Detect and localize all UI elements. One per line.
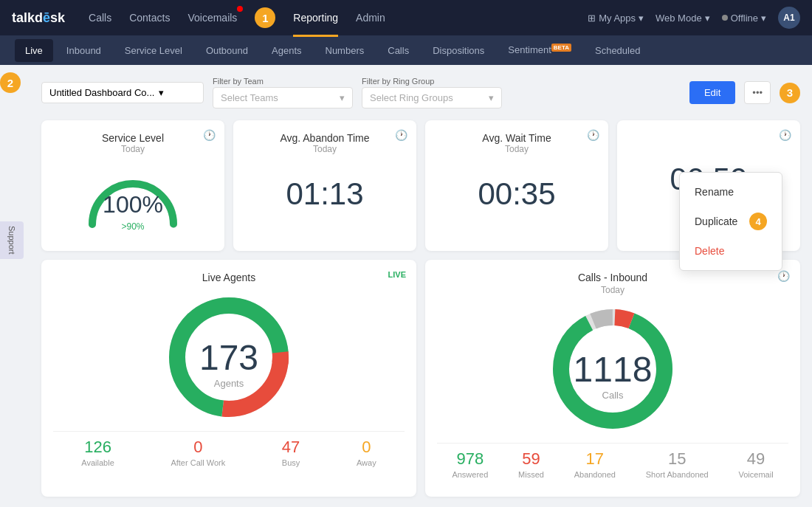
clock-icon: 🕐 [777, 270, 790, 282]
calls-stats-row: 978 Answered 59 Missed 17 Abandoned 15 S… [437, 443, 788, 485]
clock-icon: 🕐 [395, 129, 407, 141]
top-navigation: talkdēsk Calls Contacts Voicemails 1 Rep… [0, 0, 812, 35]
dashboard-selector[interactable]: Untitled Dashboard Co... ▾ [41, 82, 204, 103]
subnav-dispositions[interactable]: Dispositions [422, 39, 495, 62]
subnav-agents[interactable]: Agents [261, 39, 312, 62]
stat-available: 126 Available [81, 438, 114, 467]
stat-abandoned: 17 Abandoned [574, 449, 616, 479]
clock-icon: 🕐 [587, 129, 599, 141]
subnav-sentiment[interactable]: SentimentBETA [498, 38, 582, 61]
agents-stats-row: 126 Available 0 After Call Work 47 Busy … [53, 431, 405, 473]
stat-label: After Call Work [171, 458, 225, 467]
stat-value: 978 [452, 449, 488, 469]
subnav-outbound[interactable]: Outbound [196, 39, 258, 62]
dropdown-duplicate[interactable]: Duplicate 4 [680, 205, 782, 238]
widget-subtitle: Today [437, 144, 596, 154]
donut-value: 1118 [574, 349, 653, 390]
subnav-service-level[interactable]: Service Level [114, 39, 193, 62]
edit-button[interactable]: Edit [689, 81, 735, 104]
nav-contacts[interactable]: Contacts [129, 9, 170, 27]
step4-badge: 4 [749, 213, 767, 230]
stat-value: 17 [574, 449, 616, 469]
chevron-down-icon: ▾ [761, 13, 766, 24]
status-dot-icon [722, 15, 728, 21]
widget-title: Avg. Abandon Time [245, 132, 405, 144]
subnav-inbound[interactable]: Inbound [56, 39, 111, 62]
chart-header: Calls - Inbound Today [437, 272, 788, 295]
widget-title: Service Level [53, 132, 213, 144]
step2-badge: 2 [0, 72, 21, 93]
filter-ring-group: Filter by Ring Group Select Ring Groups … [362, 77, 502, 108]
support-tab[interactable]: Support [0, 221, 24, 259]
stat-label: Voicemail [739, 470, 774, 479]
step3-badge: 3 [780, 83, 800, 103]
widget-title: Avg. Wait Time [437, 132, 596, 144]
stat-label: Busy [282, 458, 300, 467]
subnav-calls[interactable]: Calls [377, 39, 419, 62]
my-apps-button[interactable]: ⊞ My Apps ▾ [588, 13, 644, 24]
gauge-threshold: >90% [121, 221, 144, 232]
stat-value: 15 [646, 449, 709, 469]
filter-ring-select[interactable]: Select Ring Groups ▾ [362, 87, 502, 108]
subnav-scheduled[interactable]: Scheduled [585, 39, 650, 62]
stat-value: 0 [171, 438, 225, 457]
subnav-live[interactable]: Live [15, 39, 53, 62]
dropdown-delete[interactable]: Delete [680, 238, 782, 264]
status-button[interactable]: Offline ▾ [722, 13, 766, 24]
stat-label: Available [81, 458, 114, 467]
filter-team-select[interactable]: Select Teams ▾ [213, 87, 353, 108]
avg-abandon-time-widget: 🕐 Avg. Abandon Time Today 01:13 [233, 120, 416, 251]
stat-label: Missed [518, 470, 544, 479]
chart-header: Live Agents [53, 272, 405, 283]
filter-team-label: Filter by Team [213, 77, 353, 86]
filter-team-group: Filter by Team Select Teams ▾ [213, 77, 353, 108]
chevron-down-icon: ▾ [340, 92, 345, 103]
widget-subtitle: Today [53, 144, 213, 154]
nav-calls[interactable]: Calls [89, 9, 111, 27]
clock-icon: 🕐 [203, 129, 216, 141]
stat-after-call: 0 After Call Work [171, 438, 225, 467]
clock-icon: 🕐 [779, 129, 791, 141]
stat-value: 59 [518, 449, 544, 469]
stat-label: Answered [452, 470, 488, 479]
donut-label: Calls [602, 390, 624, 401]
chart-title: Calls - Inbound [437, 272, 788, 283]
user-avatar[interactable]: A1 [778, 7, 800, 29]
subnav-numbers[interactable]: Numbers [315, 39, 375, 62]
stat-label: Short Abandoned [646, 470, 709, 479]
stat-busy: 47 Busy [282, 438, 300, 467]
stat-value: 0 [357, 438, 376, 457]
dropdown-rename[interactable]: Rename [680, 179, 782, 205]
gauge-container: 100% >90% [53, 162, 213, 239]
live-agents-card: Live Agents LIVE 173 Agents [41, 260, 416, 497]
bottom-charts-row: Live Agents LIVE 173 Agents [41, 260, 800, 497]
stat-short-abandoned: 15 Short Abandoned [646, 449, 709, 479]
chevron-down-icon: ▾ [705, 13, 710, 24]
avg-wait-time-widget: 🕐 Avg. Wait Time Today 00:35 [425, 120, 608, 251]
nav-reporting[interactable]: Reporting [293, 9, 338, 27]
stat-away: 0 Away [357, 438, 376, 467]
gauge-value: 100% [103, 191, 163, 218]
nav-voicemails[interactable]: Voicemails [187, 9, 237, 27]
main-content: 2 Untitled Dashboard Co... ▾ Filter by T… [0, 65, 812, 507]
donut-value: 173 [199, 337, 258, 378]
filter-ring-label: Filter by Ring Group [362, 77, 502, 86]
stat-voicemail: 49 Voicemail [739, 449, 774, 479]
live-badge: LIVE [388, 270, 406, 279]
chart-title: Live Agents [53, 272, 405, 283]
chevron-down-icon: ▾ [159, 87, 164, 98]
step1-badge: 1 [255, 7, 275, 28]
grid-icon: ⊞ [588, 13, 596, 24]
widget-subtitle: Today [245, 144, 405, 154]
nav-admin[interactable]: Admin [356, 9, 385, 27]
web-mode-button[interactable]: Web Mode ▾ [656, 13, 710, 24]
sub-navigation: Live Inbound Service Level Outbound Agen… [0, 35, 812, 65]
donut-chart-agents: 173 Agents [162, 291, 295, 424]
time-value: 01:13 [245, 162, 405, 219]
stat-missed: 59 Missed [518, 449, 544, 479]
stat-value: 49 [739, 449, 774, 469]
dashboard-toolbar: Untitled Dashboard Co... ▾ Filter by Tea… [41, 77, 800, 108]
service-level-widget: 🕐 Service Level Today 100% >90% [41, 120, 224, 251]
calls-inbound-card: Calls - Inbound Today 🕐 1118 Calls [425, 260, 800, 497]
more-options-button[interactable]: ••• [744, 81, 771, 104]
